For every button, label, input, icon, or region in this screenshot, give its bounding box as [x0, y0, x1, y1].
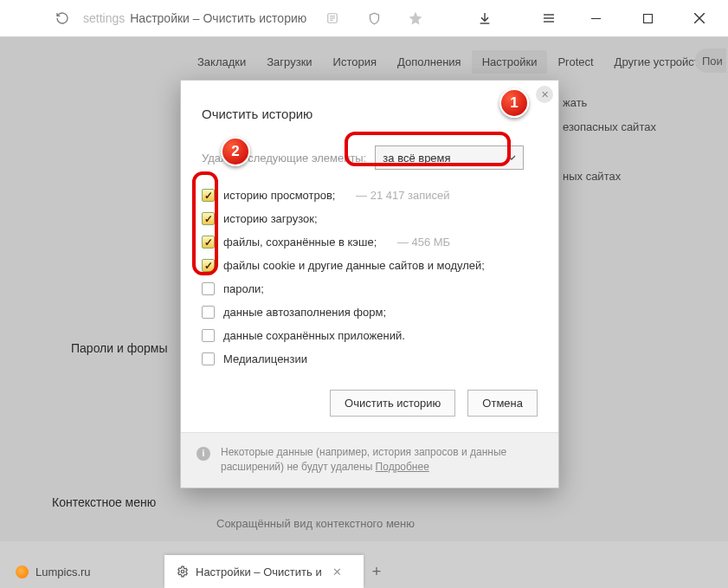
- checkbox[interactable]: [202, 329, 215, 342]
- browser-tab-settings[interactable]: Настройки – Очистить и ✕: [164, 555, 364, 588]
- titlebar-right: [319, 5, 723, 31]
- dialog-title: Очистить историю: [202, 107, 538, 121]
- footer-text: Некоторые данные (например, история запр…: [221, 446, 506, 473]
- address-scheme: settings: [83, 11, 125, 25]
- tab-title: Настройки – Очистить и: [196, 565, 322, 578]
- clear-history-button[interactable]: Очистить историю: [330, 390, 455, 417]
- chevron-down-icon: [507, 155, 516, 160]
- option-cookies[interactable]: файлы cookie и другие данные сайтов и мо…: [202, 259, 538, 272]
- option-media-licenses[interactable]: Медиалицензии: [202, 352, 538, 365]
- time-range-label: Удалить следующие элементы:: [202, 152, 366, 165]
- cancel-button[interactable]: Отмена: [467, 390, 538, 417]
- option-app-data[interactable]: данные сохранённых приложений.: [202, 329, 538, 342]
- menu-icon[interactable]: [536, 5, 562, 31]
- tab-close-icon[interactable]: ✕: [332, 565, 342, 578]
- tab-title: Lumpics.ru: [35, 565, 91, 578]
- reload-icon[interactable]: [50, 6, 74, 30]
- address-bar[interactable]: settings Настройки – Очистить историю: [78, 11, 319, 25]
- option-passwords[interactable]: пароли;: [202, 282, 538, 295]
- window-minimize-icon[interactable]: [577, 5, 614, 31]
- checkbox[interactable]: [202, 212, 215, 225]
- dialog-close-icon[interactable]: ✕: [536, 86, 553, 103]
- svg-rect-9: [643, 14, 652, 23]
- clear-options-list: историю просмотров; — 21 417 записей ист…: [202, 189, 538, 365]
- dialog-footer: i Некоторые данные (например, история за…: [181, 432, 558, 488]
- option-browsing-history[interactable]: историю просмотров; — 21 417 записей: [202, 189, 538, 202]
- gear-icon: [177, 565, 189, 578]
- download-icon[interactable]: [472, 5, 498, 31]
- checkbox[interactable]: [202, 282, 215, 295]
- browser-titlebar: settings Настройки – Очистить историю: [0, 0, 728, 37]
- address-title: Настройки – Очистить историю: [130, 11, 306, 25]
- favicon-icon: [16, 565, 29, 578]
- time-range-row: Удалить следующие элементы: за всё время: [202, 145, 538, 170]
- checkbox[interactable]: [202, 236, 215, 249]
- svg-point-12: [181, 570, 184, 573]
- shield-icon[interactable]: [361, 5, 387, 31]
- checkbox[interactable]: [202, 189, 215, 202]
- bookmark-star-icon[interactable]: [403, 5, 428, 31]
- browser-tab-lumpics[interactable]: Lumpics.ru: [3, 555, 164, 588]
- option-autofill[interactable]: данные автозаполнения форм;: [202, 306, 538, 319]
- time-range-value: за всё время: [383, 152, 450, 165]
- time-range-select[interactable]: за всё время: [375, 145, 524, 170]
- info-icon: i: [196, 447, 210, 461]
- checkbox[interactable]: [202, 352, 215, 365]
- window-close-icon[interactable]: [681, 5, 718, 31]
- checkbox[interactable]: [202, 259, 215, 272]
- clear-history-dialog: ✕ Очистить историю Удалить следующие эле…: [180, 80, 559, 488]
- option-cached-files[interactable]: файлы, сохранённые в кэше; — 456 МБ: [202, 236, 538, 249]
- reader-icon[interactable]: [319, 5, 345, 31]
- footer-learn-more-link[interactable]: Подробнее: [376, 461, 429, 473]
- new-tab-button[interactable]: +: [364, 555, 390, 588]
- option-download-history[interactable]: историю загрузок;: [202, 212, 538, 225]
- browser-tab-strip: Lumpics.ru Настройки – Очистить и ✕ +: [0, 541, 728, 588]
- window-maximize-icon[interactable]: [629, 5, 666, 31]
- dialog-button-row: Очистить историю Отмена: [202, 390, 538, 417]
- checkbox[interactable]: [202, 306, 215, 319]
